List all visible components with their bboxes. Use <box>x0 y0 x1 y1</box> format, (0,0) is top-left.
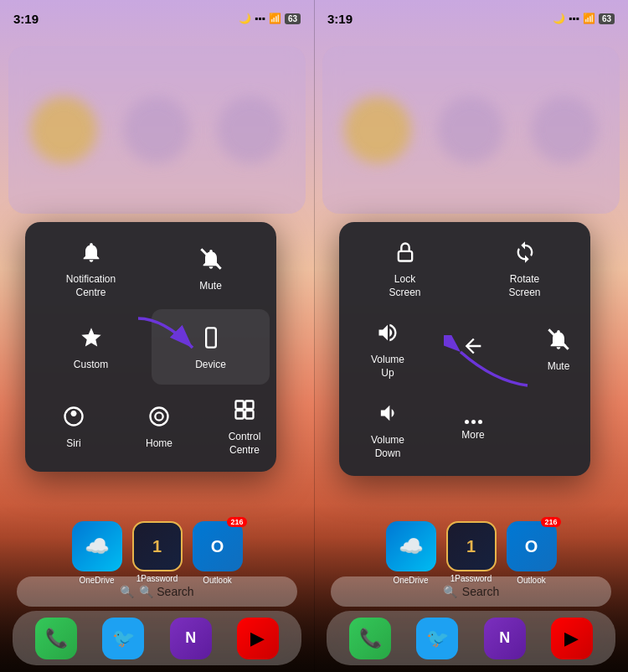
left-status-time: 3:19 <box>13 12 39 26</box>
control-centre-icon <box>233 398 256 426</box>
svg-point-4 <box>151 407 168 425</box>
right-widget-area <box>322 46 620 214</box>
moon-icon: 🌙 <box>239 13 251 24</box>
right-outlook-badge: 216 <box>541 517 560 527</box>
menu-item-volume-up[interactable]: VolumeUp <box>346 309 430 388</box>
back-icon <box>461 334 485 362</box>
menu-item-device[interactable]: Device <box>152 309 270 385</box>
menu-item-back[interactable] <box>431 309 515 388</box>
menu-item-notification-centre[interactable]: NotificationCentre <box>32 229 150 308</box>
custom-label: Custom <box>74 359 108 372</box>
right-wifi-icon: 📶 <box>583 13 595 24</box>
left-dock-onenote[interactable]: N <box>170 618 212 659</box>
right-onepassword-icon[interactable]: 1 1Password <box>446 521 497 571</box>
outlook-badge: 216 <box>227 517 246 527</box>
bell-slash-icon <box>199 247 223 275</box>
right-app-row: ☁️ OneDrive 1 1Password O 216 Outlook <box>314 521 628 571</box>
left-phone-panel: 3:19 🌙 ▪▪▪ 📶 63 NotificationCentre <box>0 0 314 672</box>
right-context-menu: LockScreen RotateScreen Vo <box>339 222 590 476</box>
signal-icon: ▪▪▪ <box>255 13 265 24</box>
right-outlook-icon[interactable]: O 216 Outlook <box>507 521 557 571</box>
right-phone-panel: 3:19 🌙 ▪▪▪ 📶 63 LockScreen <box>314 0 628 672</box>
device-icon <box>199 326 223 354</box>
menu-item-volume-down[interactable]: VolumeDown <box>346 390 430 468</box>
battery-badge: 63 <box>285 13 301 24</box>
right-dock-onenote[interactable]: N <box>484 618 526 659</box>
right-search-bar[interactable]: 🔍 Search <box>331 576 611 607</box>
right-battery-badge: 63 <box>599 13 615 24</box>
volume-down-label: VolumeDown <box>371 434 404 460</box>
left-menu-grid: NotificationCentre Mute <box>32 229 270 385</box>
control-centre-label: ControlCentre <box>229 431 261 457</box>
right-onedrive-icon[interactable]: ☁️ OneDrive <box>386 521 436 571</box>
right-signal-icon: ▪▪▪ <box>569 13 579 24</box>
left-menu-row2: Siri Home <box>32 386 270 465</box>
mute-right-icon <box>547 328 570 355</box>
left-widget-area <box>8 46 306 214</box>
menu-item-more[interactable]: More <box>431 390 515 468</box>
left-onedrive-icon[interactable]: ☁️ OneDrive <box>72 521 122 571</box>
widget-blob-2 <box>123 96 190 163</box>
left-dock-phone[interactable]: 📞 <box>35 618 77 659</box>
right-status-icons: 🌙 ▪▪▪ 📶 63 <box>553 13 615 24</box>
svg-rect-6 <box>236 401 244 409</box>
dot-2 <box>471 420 476 424</box>
right-dock: 📞 🐦 N ▶ <box>327 611 615 665</box>
right-moon-icon: 🌙 <box>553 13 565 24</box>
menu-item-rotate-screen[interactable]: RotateScreen <box>466 229 584 308</box>
menu-item-control-centre[interactable]: ControlCentre <box>203 386 286 465</box>
right-widget-blob-2 <box>437 96 504 163</box>
left-context-menu: NotificationCentre Mute <box>25 222 276 472</box>
right-search-icon: 🔍 <box>443 585 457 598</box>
right-dock-phone[interactable]: 📞 <box>349 618 391 659</box>
menu-item-siri[interactable]: Siri <box>32 386 116 465</box>
menu-item-mute-right[interactable]: Mute <box>517 309 600 388</box>
left-search-bar[interactable]: 🔍 🔍 Search <box>17 576 297 607</box>
more-icon <box>465 420 482 424</box>
left-status-bar: 3:19 🌙 ▪▪▪ 📶 63 <box>0 0 314 37</box>
more-label: More <box>461 429 484 442</box>
left-outlook-icon[interactable]: O 216 Outlook <box>193 521 243 571</box>
svg-rect-7 <box>245 401 253 409</box>
svg-rect-9 <box>245 411 253 418</box>
right-dock-twitter[interactable]: 🐦 <box>416 618 458 659</box>
right-status-time: 3:19 <box>327 12 353 26</box>
right-widget-blob-1 <box>344 96 411 163</box>
rotate-icon <box>513 240 537 268</box>
right-search-label: Search <box>462 585 499 598</box>
home-label: Home <box>146 437 172 451</box>
star-icon <box>80 326 103 354</box>
svg-rect-1 <box>206 328 216 347</box>
volume-up-icon <box>376 321 399 349</box>
notification-centre-label: NotificationCentre <box>66 273 116 299</box>
wifi-icon: 📶 <box>269 13 281 24</box>
dot-3 <box>478 420 482 424</box>
menu-item-custom[interactable]: Custom <box>32 309 150 385</box>
left-dock: 📞 🐦 N ▶ <box>13 611 301 665</box>
right-widget-blob-3 <box>531 96 598 163</box>
siri-icon <box>62 405 85 432</box>
right-status-bar: 3:19 🌙 ▪▪▪ 📶 63 <box>314 0 628 37</box>
siri-label: Siri <box>66 437 80 451</box>
menu-item-lock-screen[interactable]: LockScreen <box>346 229 464 308</box>
left-dock-youtube[interactable]: ▶ <box>237 618 279 659</box>
dot-1 <box>465 420 469 424</box>
left-app-row: ☁️ OneDrive 1 1Password O 216 Outlook <box>0 521 314 571</box>
menu-item-home[interactable]: Home <box>117 386 201 465</box>
right-menu-top-row: LockScreen RotateScreen <box>346 229 584 308</box>
volume-down-icon <box>376 401 399 429</box>
left-dock-twitter[interactable]: 🐦 <box>102 618 144 659</box>
lock-screen-label: LockScreen <box>389 273 420 299</box>
svg-rect-8 <box>236 411 244 418</box>
right-dock-youtube[interactable]: ▶ <box>551 618 593 659</box>
right-menu-bottom-row: VolumeUp Mute <box>346 309 584 468</box>
left-onepassword-icon[interactable]: 1 1Password <box>132 521 183 571</box>
mute-right-label: Mute <box>548 360 570 374</box>
lock-icon <box>394 240 417 268</box>
left-status-icons: 🌙 ▪▪▪ 📶 63 <box>239 13 301 24</box>
device-label: Device <box>195 359 226 372</box>
menu-item-mute[interactable]: Mute <box>152 229 270 308</box>
volume-up-label: VolumeUp <box>371 354 404 380</box>
widget-blob-3 <box>217 96 284 163</box>
left-search-label: 🔍 Search <box>139 585 193 598</box>
